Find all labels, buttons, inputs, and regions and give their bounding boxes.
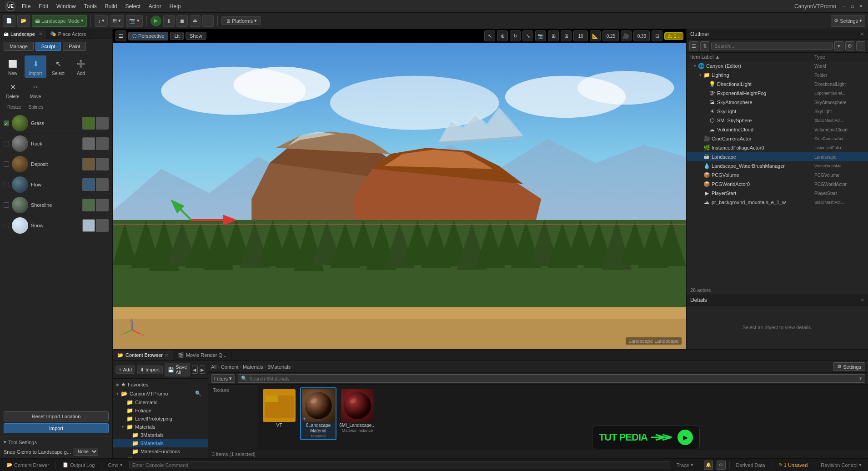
vp-rotate-icon[interactable]: ↻ bbox=[510, 30, 521, 41]
minimize-button[interactable]: ─ bbox=[841, 3, 848, 10]
unsaved-btn[interactable]: ✎ 1 Unsaved bbox=[776, 461, 811, 469]
deposit-check[interactable] bbox=[4, 161, 9, 167]
lit-btn[interactable]: Lit bbox=[170, 32, 184, 40]
notification-icon[interactable]: 🔔 bbox=[704, 461, 713, 470]
reset-import-button[interactable]: Reset Import Location bbox=[4, 411, 109, 421]
eject-btn[interactable]: ⏏ bbox=[190, 15, 201, 27]
tool-move[interactable]: ↔ Move bbox=[25, 79, 46, 101]
new-level-btn[interactable]: 📄 bbox=[3, 15, 15, 27]
vp-camera-icon[interactable]: 📷 bbox=[535, 30, 546, 41]
menu-tools[interactable]: Tools bbox=[80, 2, 100, 10]
tree-item-foliage[interactable]: 🌿 InstancedFoliageActor0 InstancedFolia.… bbox=[687, 143, 868, 152]
tree-item-mountain[interactable]: ⛰ pr_background_mountain_e_1_w StaticMes… bbox=[687, 198, 868, 207]
vp-grid-val[interactable]: 10 bbox=[573, 30, 588, 41]
console-input[interactable] bbox=[129, 461, 670, 469]
cb-materials-root[interactable]: ▾ 📁 Materials bbox=[113, 423, 208, 431]
movie-render-tab[interactable]: 🎬 Movie Render Q... bbox=[173, 351, 231, 360]
maximize-button[interactable]: □ bbox=[849, 3, 856, 10]
cb-materialfunctions[interactable]: 📁 MaterialFunctions bbox=[113, 447, 208, 456]
tool-settings-header[interactable]: ▾ Tool Settings bbox=[4, 439, 109, 445]
content-settings-button[interactable]: ⚙ Settings bbox=[833, 362, 865, 371]
cb-path-6materials[interactable]: 6Materials bbox=[267, 364, 291, 370]
cb-levelprototyping[interactable]: 📁 LevelPrototyping bbox=[113, 415, 208, 423]
tree-item-fog[interactable]: 🌫 ExponentialHeightFog ExponentialHei... bbox=[687, 89, 868, 98]
outliner-search-input[interactable] bbox=[711, 42, 833, 50]
pause-btn[interactable]: ⏸ bbox=[163, 15, 175, 27]
landscape-tab-close[interactable]: ✕ bbox=[39, 31, 42, 36]
place-actors-tab[interactable]: 🎭 Place Actors bbox=[46, 29, 90, 39]
material-snow[interactable]: Snow bbox=[2, 215, 110, 236]
trace-btn[interactable]: Trace ▾ bbox=[674, 461, 696, 469]
material-shoreline[interactable]: Shoreline bbox=[2, 195, 110, 215]
lighting-expand-icon[interactable]: ▾ bbox=[697, 72, 703, 78]
perspective-btn[interactable]: ⬡ Perspective bbox=[128, 32, 168, 40]
vp-select-mode-icon[interactable]: ↖ bbox=[484, 30, 495, 41]
tool-add[interactable]: ➕ Add bbox=[70, 55, 92, 78]
vp-scale-val[interactable]: 0.25 bbox=[602, 30, 619, 41]
outliner-dropdown-btn[interactable]: ▾ bbox=[834, 41, 843, 50]
menu-select[interactable]: Select bbox=[121, 2, 144, 10]
cb-cinematic[interactable]: 📁 Cinematic bbox=[113, 398, 208, 406]
col-item-label[interactable]: Item Label ▲ bbox=[690, 54, 814, 60]
derived-data-btn[interactable]: Derived Data bbox=[733, 461, 768, 469]
cb-foliage[interactable]: 📁 Foliage bbox=[113, 406, 208, 415]
asset-6landscape[interactable]: ★ bbox=[300, 387, 336, 440]
tree-item-skysphere[interactable]: ⬡ SM_SkySphere StaticMeshAct... bbox=[687, 116, 868, 125]
cb-search-dropdown[interactable]: ▾ bbox=[859, 376, 862, 381]
warning-badge[interactable]: ⚠ 1 ↓ bbox=[664, 32, 683, 40]
tree-item-directionallight[interactable]: 💡 DirectionalLight DirectionalLight bbox=[687, 80, 868, 89]
cb-history-back[interactable]: ◀ bbox=[192, 366, 197, 374]
stop-btn[interactable]: ⏹ bbox=[176, 15, 188, 27]
cb-add-btn[interactable]: + Add bbox=[115, 366, 135, 374]
tree-item-pcgvolume[interactable]: 📦 PCGVolume PCGVolume bbox=[687, 170, 868, 180]
material-rock[interactable]: Rock bbox=[2, 134, 110, 154]
viewport[interactable]: ☰ ⬡ Perspective Lit Show ↖ ⊕ ↻ bbox=[113, 29, 686, 349]
sculpt-btn[interactable]: Sculpt bbox=[35, 42, 61, 51]
cb-canyonvtpromo-root[interactable]: ▾ 📂 CanyonVTPromo 🔍 bbox=[113, 389, 208, 398]
menu-help[interactable]: Help bbox=[166, 2, 185, 10]
tree-item-cloud[interactable]: ☁ VolumetricCloud VolumetricCloud bbox=[687, 125, 868, 134]
paint-btn[interactable]: Paint bbox=[63, 42, 86, 51]
landscape-tab[interactable]: 🏔 Landscape ✕ bbox=[0, 30, 46, 39]
settings-button[interactable]: ⚙ Settings ▾ bbox=[831, 15, 865, 27]
cb-path-content[interactable]: Content bbox=[221, 364, 239, 370]
outliner-sort-btn[interactable]: ⇅ bbox=[700, 41, 709, 50]
vp-grid3-icon[interactable]: ⊟ bbox=[652, 30, 662, 41]
vp-transform-icon[interactable]: ⊕ bbox=[497, 30, 508, 41]
snap-btn[interactable]: ⊞ ▾ bbox=[110, 15, 124, 27]
tree-item-landscape[interactable]: 🏔 Landscape Landscape bbox=[687, 152, 868, 161]
flow-check[interactable] bbox=[4, 182, 9, 187]
material-grass[interactable]: ✓ Grass bbox=[2, 113, 110, 134]
vp-num-val[interactable]: 0.33 bbox=[633, 30, 650, 41]
manage-btn[interactable]: Manage bbox=[4, 42, 34, 51]
tree-item-cinecamera[interactable]: 🎥 CineCameraActor CineCameraAct... bbox=[687, 134, 868, 143]
output-log-btn[interactable]: 📋 Output Log bbox=[60, 461, 97, 469]
material-flow[interactable]: Flow bbox=[2, 175, 110, 195]
landscape-mode-button[interactable]: 🏔 Landscape Mode ▾ bbox=[32, 15, 87, 27]
vp-snap-icon[interactable]: 📐 bbox=[590, 30, 601, 41]
cb-import-btn[interactable]: ⬇ Import bbox=[137, 366, 163, 374]
transform-btn[interactable]: ↕ ▾ bbox=[95, 15, 108, 27]
tool-delete[interactable]: ✕ Delete bbox=[2, 79, 24, 101]
tree-item-lighting[interactable]: ▾ 📁 Lighting Folder bbox=[687, 70, 868, 80]
content-drawer-btn[interactable]: 📂 Content Drawer bbox=[4, 461, 52, 469]
content-browser-tab[interactable]: 📂 Content Browser ✕ bbox=[113, 351, 173, 360]
menu-actor[interactable]: Actor bbox=[145, 2, 165, 10]
tool-import[interactable]: ⬇ Import bbox=[25, 55, 46, 78]
cb-megascans[interactable]: 📁 Megascans bbox=[113, 456, 208, 458]
open-level-btn[interactable]: 📂 bbox=[17, 15, 30, 27]
cb-favorites[interactable]: ▶ ★ Favorites bbox=[113, 381, 208, 389]
cb-path-all[interactable]: All bbox=[211, 364, 216, 370]
tree-item-playerstart[interactable]: ▶ PlayerStart PlayerStart bbox=[687, 189, 868, 198]
snow-check[interactable] bbox=[4, 223, 9, 228]
shoreline-check[interactable] bbox=[4, 202, 9, 208]
menu-build[interactable]: Build bbox=[101, 2, 121, 10]
more-btn[interactable]: ⋮ bbox=[202, 15, 214, 27]
menu-edit[interactable]: Edit bbox=[35, 2, 52, 10]
play-button[interactable]: ▶ bbox=[151, 15, 161, 26]
cb-path-materials[interactable]: Materials bbox=[243, 364, 263, 370]
cb-save-btn[interactable]: 💾 Save All bbox=[165, 363, 190, 376]
cb-search-icon[interactable]: 🔍 bbox=[195, 391, 201, 396]
tree-item-skyatmosphere[interactable]: 🌤 SkyAtmosphere SkyAtmosphere bbox=[687, 98, 868, 107]
viewport-menu-btn[interactable]: ☰ bbox=[115, 30, 126, 41]
